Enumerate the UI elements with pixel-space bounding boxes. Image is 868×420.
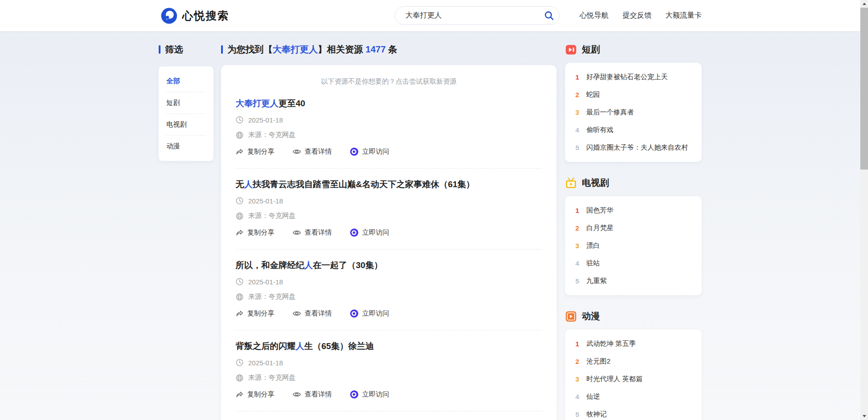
- copy-share-label: 复制分享: [247, 147, 274, 156]
- filter-item[interactable]: 电视剧: [166, 114, 206, 136]
- result-date-row: 2025-01-18: [236, 116, 542, 124]
- visit-now-button[interactable]: 立即访问: [350, 390, 389, 399]
- filter-item[interactable]: 动漫: [166, 136, 206, 157]
- visit-now-button[interactable]: 立即访问: [350, 309, 389, 318]
- tv-icon: [565, 177, 577, 189]
- short-drama-icon: [565, 44, 577, 56]
- title-keyword: 大奉打更人: [236, 99, 278, 108]
- ranking-card: 1国色芳华2白月梵星3漂白4驻站5九重紫: [565, 196, 702, 295]
- rank-label: 仙逆: [586, 392, 600, 401]
- results-panel: 为您找到【大奉打更人】相关资源 1477 条 以下资源不是你想要的？点击尝试获取…: [221, 43, 557, 420]
- globe-icon: [236, 293, 244, 301]
- visit-now-button[interactable]: 立即访问: [350, 147, 389, 156]
- ranking-item[interactable]: 4偷听有戏: [574, 121, 693, 139]
- ranking-item[interactable]: 5九重紫: [574, 272, 693, 290]
- result-actions: 复制分享 查看详情 立即访问: [236, 147, 542, 156]
- scroll-up-button[interactable]: [860, 0, 868, 8]
- ranking-item[interactable]: 2沧元图2: [574, 353, 693, 370]
- scrollbar[interactable]: [860, 0, 868, 420]
- result-title-link[interactable]: 背叛之后的闪耀人生（65集）徐兰迪: [236, 341, 542, 352]
- ranking-heading: 电视剧: [565, 177, 702, 189]
- share-icon: [236, 391, 244, 399]
- copy-share-button[interactable]: 复制分享: [236, 309, 274, 318]
- rank-label: 牧神记: [586, 410, 607, 419]
- result-date-row: 2025-01-18: [236, 359, 542, 367]
- ranking-item[interactable]: 2白月梵星: [574, 219, 693, 237]
- nav-link[interactable]: 大额流量卡: [665, 11, 702, 20]
- ranking-item[interactable]: 3漂白: [574, 237, 693, 255]
- heading-suffix: 条: [386, 44, 397, 54]
- result-title-link[interactable]: 无人扶我青云志我自踏雪至山巅&名动天下之家事难休（61集）: [236, 179, 542, 190]
- filter-item[interactable]: 短剧: [166, 92, 206, 114]
- rank-label: 沧元图2: [586, 357, 610, 366]
- ranking-section: 动漫 1武动乾坤 第五季2沧元图23时光代理人 英都篇4仙逆5牧神记: [565, 310, 702, 420]
- logo[interactable]: 心悦搜索: [160, 0, 229, 31]
- view-details-button[interactable]: 查看详情: [292, 309, 332, 318]
- visit-now-button[interactable]: 立即访问: [350, 228, 389, 237]
- copy-share-button[interactable]: 复制分享: [236, 147, 274, 156]
- ranking-section: 短剧 1好孕甜妻被钻石老公宠上天2蛇园3最后一个修真者4偷听有戏5闪婚京圈太子爷…: [565, 43, 702, 162]
- copy-share-button[interactable]: 复制分享: [236, 228, 274, 237]
- rank-label: 好孕甜妻被钻石老公宠上天: [586, 73, 668, 81]
- ranking-item[interactable]: 5牧神记: [574, 406, 693, 420]
- filter-heading: 筛选: [159, 43, 213, 56]
- ranking-section: 电视剧 1国色芳华2白月梵星3漂白4驻站5九重紫: [565, 177, 702, 295]
- rank-number: 1: [574, 340, 580, 348]
- header: 心悦搜索 心悦导航提交反馈大额流量卡: [0, 0, 868, 31]
- scroll-down-button[interactable]: [860, 412, 868, 420]
- ranking-item[interactable]: 5闪婚京圈太子爷：夫人她来自农村: [574, 139, 693, 156]
- scrollbar-thumb[interactable]: [860, 8, 868, 170]
- arrow-up-icon: [863, 3, 866, 5]
- ranking-item[interactable]: 4驻站: [574, 255, 693, 272]
- anime-icon: [565, 311, 577, 322]
- rank-number: 3: [574, 375, 580, 383]
- ranking-item[interactable]: 1武动乾坤 第五季: [574, 335, 693, 353]
- result-item: 背叛之后的闪耀人生（65集）徐兰迪 2025-01-18 来源：: [236, 330, 542, 411]
- visit-icon: [350, 147, 359, 156]
- header-nav: 心悦导航提交反馈大额流量卡: [580, 0, 702, 31]
- visit-icon: [350, 309, 359, 318]
- ranking-item[interactable]: 4仙逆: [574, 388, 693, 406]
- title-text: 背叛之后的闪耀: [236, 341, 296, 351]
- view-details-button[interactable]: 查看详情: [292, 390, 332, 399]
- nav-link[interactable]: 心悦导航: [580, 11, 609, 20]
- rank-label: 漂白: [586, 241, 600, 250]
- search-input[interactable]: [395, 7, 538, 24]
- view-details-button[interactable]: 查看详情: [292, 147, 332, 156]
- view-details-button[interactable]: 查看详情: [292, 228, 332, 237]
- result-item: 家族将亡，植物人的我苏醒了（33集） 2025-01-18 来源: [236, 411, 542, 420]
- ranking-card: 1武动乾坤 第五季2沧元图23时光代理人 英都篇4仙逆5牧神记: [565, 330, 702, 420]
- ranking-item[interactable]: 3时光代理人 英都篇: [574, 370, 693, 388]
- result-source: 来源：夸克网盘: [248, 293, 296, 301]
- nav-link[interactable]: 提交反馈: [623, 11, 651, 20]
- rank-number: 5: [574, 411, 580, 418]
- ranking-item[interactable]: 1国色芳华: [574, 202, 693, 219]
- copy-share-label: 复制分享: [247, 309, 274, 318]
- result-date: 2025-01-18: [248, 359, 283, 367]
- result-source-row: 来源：夸克网盘: [236, 131, 542, 139]
- rank-label: 最后一个修真者: [586, 108, 634, 117]
- search-button[interactable]: [538, 7, 559, 24]
- result-date: 2025-01-18: [248, 278, 283, 286]
- result-title-link[interactable]: 大奉打更人更至40: [236, 98, 542, 109]
- title-text: 所以，和金牌经纪: [236, 260, 304, 270]
- copy-share-button[interactable]: 复制分享: [236, 390, 274, 399]
- refresh-hint-link[interactable]: 以下资源不是你想要的？点击尝试获取新资源: [236, 77, 542, 86]
- ranking-item[interactable]: 3最后一个修真者: [574, 104, 693, 121]
- title-text: 更至40: [278, 99, 305, 108]
- filter-panel: 筛选 全部短剧电视剧动漫: [159, 43, 213, 161]
- search-bar: [395, 6, 560, 25]
- filter-item[interactable]: 全部: [166, 71, 206, 92]
- result-source-row: 来源：夸克网盘: [236, 212, 542, 220]
- copy-share-label: 复制分享: [247, 228, 274, 237]
- rank-number: 3: [574, 242, 580, 250]
- ranking-heading: 动漫: [565, 310, 702, 322]
- ranking-item[interactable]: 1好孕甜妻被钻石老公宠上天: [574, 68, 693, 86]
- search-icon: [544, 10, 554, 21]
- ranking-item[interactable]: 2蛇园: [574, 86, 693, 104]
- eye-icon: [292, 228, 301, 237]
- results-card: 以下资源不是你想要的？点击尝试获取新资源 大奉打更人更至40 2025-01-1…: [221, 65, 557, 420]
- logo-text: 心悦搜索: [182, 9, 229, 23]
- title-keyword: 人: [296, 341, 304, 351]
- result-title-link[interactable]: 所以，和金牌经纪人在一起了（30集）: [236, 260, 542, 271]
